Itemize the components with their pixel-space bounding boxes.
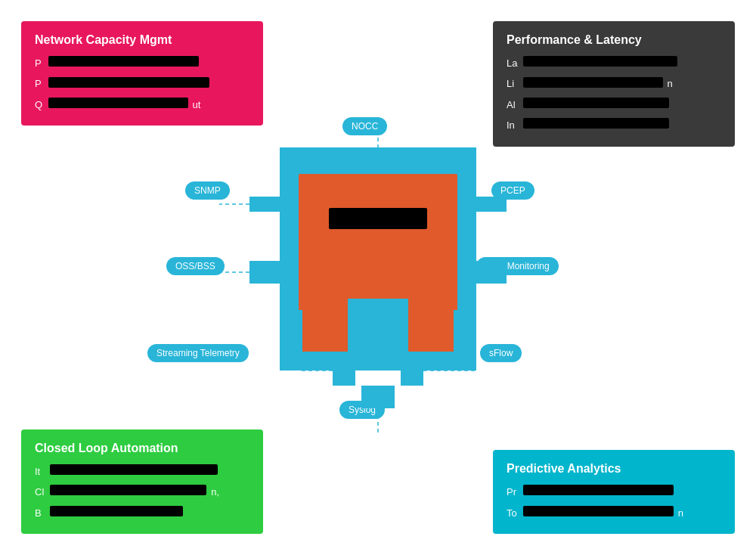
center-title-redacted: [329, 208, 427, 229]
orange-shape: [302, 178, 454, 352]
svg-rect-2: [249, 261, 280, 284]
center-diagram: [0, 0, 756, 555]
svg-rect-4: [249, 197, 280, 212]
svg-rect-6: [361, 386, 395, 408]
svg-rect-9: [348, 299, 408, 336]
svg-rect-8: [348, 348, 408, 363]
